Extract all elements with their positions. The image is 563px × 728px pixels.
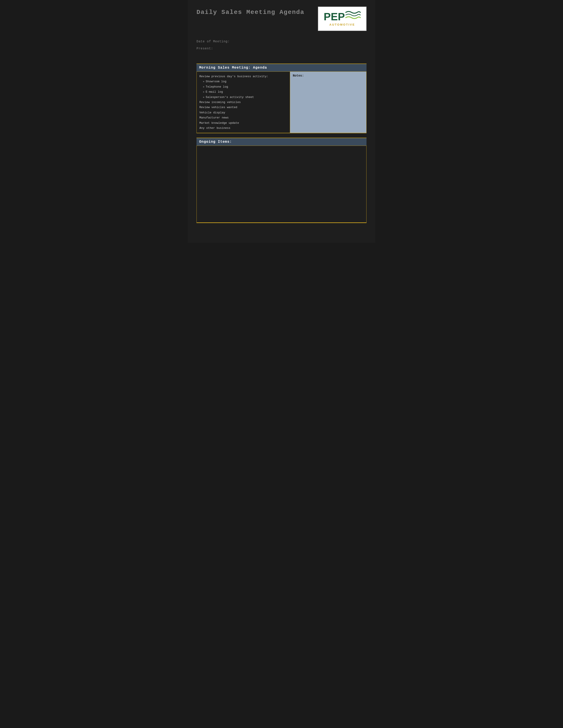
bullet-icon: » [203, 95, 204, 100]
logo-waves-icon [345, 10, 361, 21]
page: Daily Sales Meeting Agenda PEP AUTOMOTIV… [188, 0, 375, 243]
bullet-icon: » [203, 85, 204, 89]
review-previous-title: Review previous day's business activity: [199, 74, 287, 79]
showroom-log-label: Showroom log [206, 79, 226, 84]
page-title: Daily Sales Meeting Agenda [196, 7, 305, 16]
email-log-label: E-mail log [206, 89, 223, 94]
morning-meeting-title: Morning Sales Meeting: Agenda [199, 66, 267, 70]
meeting-table-row: Review previous day's business activity:… [197, 72, 367, 133]
bullet-icon: » [203, 90, 204, 94]
ongoing-header: Ongoing Items: [196, 138, 367, 146]
logo-tagline: AUTOMOTIVE [330, 23, 355, 26]
telephone-log-label: Telephone log [206, 84, 228, 89]
header: Daily Sales Meeting Agenda PEP AUTOMOTIV… [196, 7, 367, 31]
logo: PEP AUTOMOTIVE [318, 7, 367, 31]
manufacturer-news: Manufacturer news [199, 115, 287, 120]
vehicle-display: Vehicle display [199, 110, 287, 115]
notes-label: Notes: [293, 74, 364, 77]
morning-meeting-section: Morning Sales Meeting: Agenda Review pre… [196, 64, 367, 133]
sub-item-showroom: » Showroom log [199, 79, 287, 84]
notes-column: Notes: [290, 72, 366, 133]
market-knowledge-update: Market knowledge update [199, 120, 287, 126]
present-label: Present: [196, 47, 367, 50]
meta-section: Date of Meeting: Present: [196, 40, 367, 50]
sub-item-salesperson: » Salesperson's activity sheet [199, 95, 287, 100]
sub-item-telephone: » Telephone log [199, 84, 287, 89]
ongoing-section: Ongoing Items: [196, 138, 367, 223]
logo-graphic: PEP [324, 11, 361, 22]
any-other-business: Any other business [199, 126, 287, 131]
review-vehicles-wanted: Review vehicles wanted [199, 105, 287, 110]
agenda-column: Review previous day's business activity:… [197, 72, 290, 133]
morning-meeting-header: Morning Sales Meeting: Agenda [196, 64, 367, 72]
salesperson-activity-label: Salesperson's activity sheet [206, 95, 254, 100]
ongoing-title: Ongoing Items: [199, 140, 232, 144]
sub-item-email: » E-mail log [199, 89, 287, 94]
meeting-table: Review previous day's business activity:… [196, 72, 367, 133]
review-incoming-vehicles: Review incoming vehicles [199, 100, 287, 105]
logo-company-name: PEP [324, 11, 345, 22]
ongoing-content-area[interactable] [196, 146, 367, 223]
date-of-meeting-label: Date of Meeting: [196, 40, 367, 43]
bullet-icon: » [203, 80, 204, 84]
